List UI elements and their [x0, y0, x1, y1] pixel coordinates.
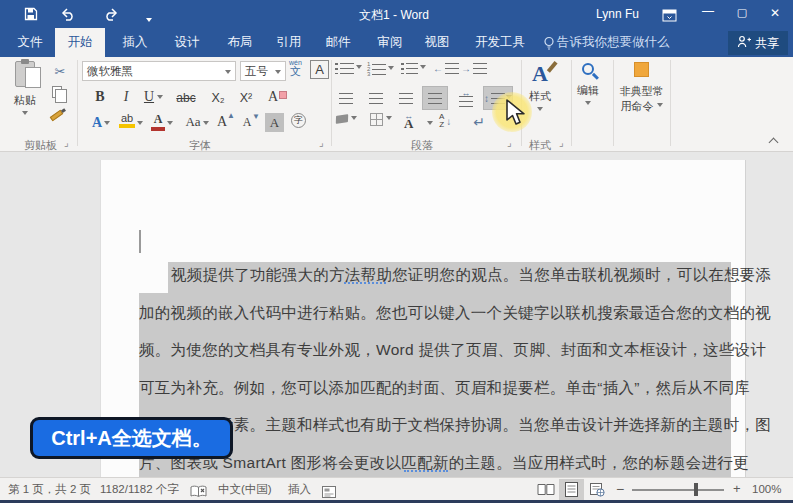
word-count-status[interactable]: 1182/1182 个字	[100, 478, 179, 500]
insert-mode-status[interactable]: 插入	[288, 478, 311, 500]
enclose-characters-button[interactable]: 字	[291, 113, 306, 128]
maximize-button[interactable]: ▢	[731, 6, 753, 19]
save-icon[interactable]	[24, 7, 38, 25]
show-marks-button[interactable]: ↵	[469, 113, 489, 131]
print-layout-button[interactable]	[559, 479, 584, 500]
font-color-button[interactable]: A	[151, 112, 165, 131]
read-mode-button[interactable]	[533, 479, 558, 500]
page-number-status[interactable]: 第 1 页，共 2 页	[8, 478, 91, 500]
distribute-button[interactable]: ↔	[453, 86, 479, 110]
format-painter-button[interactable]	[50, 113, 63, 118]
tab-mailings[interactable]: 邮件	[316, 28, 360, 57]
change-case-dropdown-icon[interactable]	[203, 121, 209, 128]
tab-design[interactable]: 设计	[165, 28, 209, 57]
font-name-combo[interactable]: 微软雅黑	[82, 61, 236, 81]
font-dialog-launcher[interactable]: ⌟	[319, 138, 324, 148]
clipboard-dialog-launcher[interactable]: ⌟	[64, 138, 69, 148]
ribbon-display-options-icon[interactable]	[662, 8, 677, 26]
zoom-level[interactable]: 100%	[752, 478, 781, 500]
highlight-button[interactable]: ab	[119, 112, 135, 128]
align-right-button[interactable]	[396, 89, 416, 107]
italic-button[interactable]: I	[119, 87, 133, 107]
cut-button[interactable]: ✂	[50, 62, 70, 80]
editing-button[interactable]: 编辑	[577, 63, 599, 108]
format-painter-icon	[50, 110, 64, 122]
macro-record-icon[interactable]	[322, 483, 336, 503]
web-layout-button[interactable]	[585, 479, 610, 500]
collapse-ribbon-button[interactable]	[770, 132, 777, 150]
tell-me-box[interactable]: 告诉我你想要做什么	[557, 28, 687, 57]
tab-home[interactable]: 开始	[55, 28, 105, 57]
pinyin-guide-button[interactable]: wén 文	[289, 59, 302, 75]
share-button[interactable]: 共享	[728, 31, 788, 55]
undo-icon[interactable]	[60, 7, 77, 25]
font-name-dropdown-icon	[225, 70, 231, 77]
paragraph-dialog-launcher[interactable]: ⌟	[507, 138, 512, 148]
underline-button[interactable]: U	[141, 87, 157, 107]
change-case-button[interactable]: Aa	[183, 113, 203, 131]
ribbon-tab-row: 文件 开始 插入 设计 布局 引用 邮件 审阅 视图 开发工具 告诉我你想要做什…	[0, 28, 793, 57]
character-shading-button[interactable]: A	[265, 113, 284, 132]
highlight-dropdown-icon[interactable]	[137, 121, 143, 128]
align-center-button[interactable]	[366, 89, 386, 107]
tab-insert[interactable]: 插入	[113, 28, 157, 57]
tab-review[interactable]: 审阅	[368, 28, 412, 57]
underline-dropdown-icon[interactable]	[157, 95, 163, 102]
subscript-button[interactable]: X₂	[207, 88, 229, 108]
redo-icon[interactable]	[102, 7, 119, 25]
user-name[interactable]: Lynn Fu	[596, 7, 639, 21]
align-right-icon	[399, 93, 413, 104]
character-scaling-button[interactable]: ↔A	[404, 113, 413, 127]
font-color-dropdown-icon[interactable]	[167, 121, 173, 128]
align-left-button[interactable]	[336, 89, 356, 107]
tab-file[interactable]: 文件	[8, 28, 52, 57]
character-border-button[interactable]: A	[310, 60, 329, 79]
text-effects-button[interactable]: A	[89, 114, 105, 132]
font-size-value: 五号	[245, 64, 268, 79]
language-status[interactable]: 中文(中国)	[218, 478, 272, 500]
increase-indent-button[interactable]: →	[461, 63, 487, 74]
decrease-indent-button[interactable]: ←	[433, 63, 459, 74]
copy-button[interactable]	[52, 86, 62, 98]
numbering-button[interactable]: 123	[367, 62, 394, 77]
minimize-button[interactable]: —	[697, 4, 719, 18]
document-line: 视频提供了功能强大的方法帮助您证明您的观点。当您单击联机视频时，可以在想要添	[171, 265, 771, 285]
text-effects-dropdown-icon[interactable]	[104, 121, 110, 128]
proofing-status-icon[interactable]	[190, 483, 207, 503]
character-scaling-dropdown-icon[interactable]	[427, 121, 433, 128]
character-scaling-letter: A	[404, 120, 413, 127]
paste-button[interactable]: 粘贴	[14, 61, 36, 118]
numbering-icon: 123	[367, 62, 370, 77]
multilevel-list-button[interactable]	[401, 63, 426, 74]
shading-button[interactable]	[336, 115, 357, 123]
superscript-button[interactable]: X²	[235, 88, 257, 108]
strikethrough-button[interactable]: abc	[173, 88, 199, 108]
zoom-in-button[interactable]: +	[733, 478, 741, 500]
styles-button[interactable]: A 样式	[529, 61, 551, 114]
font-color-bar	[151, 127, 165, 131]
pinyin-bottom: 文	[290, 67, 301, 75]
zoom-out-button[interactable]: −	[616, 478, 624, 500]
styles-button-label: 样式	[529, 89, 551, 104]
bold-button[interactable]: B	[91, 87, 109, 107]
sort-button[interactable]: AZ↓	[439, 113, 451, 129]
zoom-slider-track[interactable]	[632, 489, 724, 491]
qat-customize-icon[interactable]	[146, 11, 152, 29]
styles-group-label: 样式	[529, 138, 551, 153]
justify-button[interactable]	[422, 86, 448, 110]
share-label: 共享	[755, 35, 779, 52]
borders-button[interactable]	[370, 113, 392, 126]
font-group-label: 字体	[189, 138, 211, 153]
tab-references[interactable]: 引用	[267, 28, 311, 57]
font-size-combo[interactable]: 五号	[240, 61, 286, 81]
styles-dialog-launcher[interactable]: ⌟	[559, 138, 564, 148]
bullets-button[interactable]	[335, 63, 362, 74]
close-button[interactable]: ✕	[764, 6, 786, 20]
tab-layout[interactable]: 布局	[218, 28, 262, 57]
document-line: 可互为补充。例如，您可以添加匹配的封面、页眉和提要栏。单击“插入”，然后从不同库	[139, 378, 750, 398]
justify-icon	[428, 93, 442, 104]
tab-developer[interactable]: 开发工具	[470, 28, 530, 57]
zoom-slider-thumb[interactable]	[694, 483, 698, 496]
atypical-commands-button[interactable]: 非典型常 用命令	[615, 62, 668, 114]
tab-view[interactable]: 视图	[415, 28, 459, 57]
